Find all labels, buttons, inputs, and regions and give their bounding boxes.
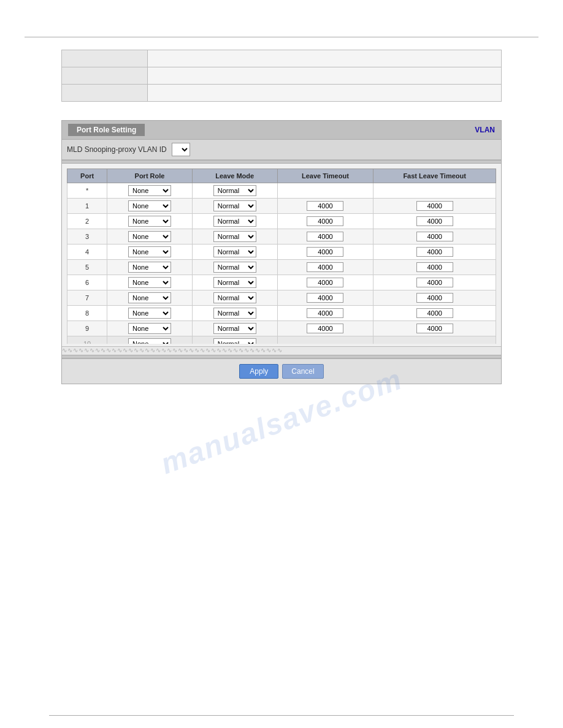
cell-leave-timeout[interactable] [277, 260, 373, 275]
cell-leave-mode[interactable]: NormalFastImmediate [192, 321, 277, 336]
cell-leave-mode[interactable]: NormalFastImmediate [192, 260, 277, 275]
fast-leave-timeout-input[interactable] [416, 216, 453, 226]
cell-fast-leave-timeout[interactable] [373, 290, 496, 306]
port-role-select[interactable]: NoneUpstreamDownstream [128, 277, 171, 288]
button-area: Apply Cancel [62, 358, 501, 384]
fast-leave-timeout-input[interactable] [416, 232, 453, 241]
cell-port-role[interactable]: NoneUpstreamDownstream [107, 199, 193, 214]
cell-port-role[interactable]: NoneUpstreamDownstream [107, 321, 193, 336]
cell-leave-mode[interactable]: NormalFastImmediate [192, 199, 277, 214]
cell-fast-leave-timeout[interactable] [373, 199, 496, 214]
leave-mode-select[interactable]: NormalFastImmediate [213, 323, 256, 334]
cell-port-role[interactable]: NoneUpstreamDownstream [107, 306, 193, 321]
cell-fast-leave-timeout[interactable] [373, 275, 496, 290]
info-cell-1b [148, 50, 502, 67]
cell-fast-leave-timeout[interactable] [373, 229, 496, 245]
port-role-select[interactable]: NoneUpstreamDownstream [128, 338, 171, 344]
leave-mode-select[interactable]: NormalFastImmediate [213, 262, 256, 273]
cell-leave-mode[interactable]: NormalFastImmediate [192, 214, 277, 229]
leave-mode-select[interactable]: NormalFastImmediate [213, 216, 256, 227]
cell-leave-mode[interactable]: NormalFastImmediate [192, 336, 277, 344]
info-cell-2b [148, 67, 502, 85]
cell-fast-leave-timeout[interactable] [373, 245, 496, 260]
col-fast-leave-timeout: Fast Leave Timeout [373, 169, 496, 183]
cell-leave-timeout[interactable] [277, 229, 373, 245]
table-row: 1NoneUpstreamDownstreamNormalFastImmedia… [67, 199, 496, 214]
fast-leave-timeout-input[interactable] [416, 308, 453, 318]
cell-leave-timeout[interactable] [277, 275, 373, 290]
cell-fast-leave-timeout[interactable] [373, 260, 496, 275]
cell-port-role[interactable]: NoneUpstreamDownstream [107, 275, 193, 290]
port-role-select[interactable]: NoneUpstreamDownstream [128, 262, 171, 273]
fast-leave-timeout-input[interactable] [416, 247, 453, 257]
cell-fast-leave-timeout[interactable] [373, 306, 496, 321]
port-role-select[interactable]: NoneUpstreamDownstream [128, 216, 171, 227]
port-role-select[interactable]: NoneUpstreamDownstream [128, 292, 171, 303]
info-table [61, 50, 502, 102]
port-role-select[interactable]: NoneUpstreamDownstream [128, 308, 171, 319]
cell-port-role[interactable]: NoneUpstreamDownstream [107, 183, 193, 199]
cell-leave-timeout[interactable] [277, 306, 373, 321]
leave-timeout-input[interactable] [307, 232, 343, 241]
table-wrapper: Port Port Role Leave Mode Leave Timeout … [62, 164, 501, 346]
mld-vlan-select[interactable] [172, 143, 190, 156]
cell-port-role[interactable]: NoneUpstreamDownstream [107, 260, 193, 275]
cell-leave-mode[interactable]: NormalFastImmediate [192, 229, 277, 245]
panel-title-bar: Port Role Setting VLAN [62, 121, 501, 140]
port-role-select[interactable]: NoneUpstreamDownstream [128, 231, 171, 242]
cell-leave-mode[interactable]: NormalFastImmediate [192, 290, 277, 306]
fast-leave-timeout-input[interactable] [416, 201, 453, 211]
leave-timeout-input[interactable] [307, 216, 343, 226]
port-role-select[interactable]: NoneUpstreamDownstream [128, 246, 171, 257]
leave-mode-select[interactable]: NormalFastImmediate [213, 231, 256, 242]
cell-leave-timeout[interactable] [277, 245, 373, 260]
leave-mode-select[interactable]: NormalFastImmediate [213, 246, 256, 257]
cancel-button[interactable]: Cancel [282, 364, 323, 379]
leave-timeout-input[interactable] [307, 324, 343, 333]
fast-leave-timeout-input[interactable] [416, 262, 453, 272]
fast-leave-timeout-input[interactable] [416, 293, 453, 303]
cell-port-role[interactable]: NoneUpstreamDownstream [107, 214, 193, 229]
port-role-select[interactable]: NoneUpstreamDownstream [128, 200, 171, 211]
cell-fast-leave-timeout[interactable] [373, 214, 496, 229]
cell-fast-leave-timeout[interactable] [373, 321, 496, 336]
port-role-select[interactable]: NoneUpstreamDownstream [128, 185, 171, 196]
cell-port-role[interactable]: NoneUpstreamDownstream [107, 245, 193, 260]
info-cell-2a [62, 67, 148, 85]
cell-port-role[interactable]: NoneUpstreamDownstream [107, 229, 193, 245]
cell-port: 10 [67, 336, 107, 344]
leave-timeout-input[interactable] [307, 293, 343, 303]
mld-row: MLD Snooping-proxy VLAN ID [62, 140, 501, 160]
cell-port: 7 [67, 290, 107, 306]
cell-port-role[interactable]: NoneUpstreamDownstream [107, 290, 193, 306]
cell-leave-mode[interactable]: NormalFastImmediate [192, 183, 277, 199]
leave-timeout-input[interactable] [307, 278, 343, 287]
cell-leave-timeout[interactable] [277, 321, 373, 336]
leave-mode-select[interactable]: NormalFastImmediate [213, 185, 256, 196]
leave-mode-select[interactable]: NormalFastImmediate [213, 200, 256, 211]
cell-leave-mode[interactable]: NormalFastImmediate [192, 306, 277, 321]
cell-leave-mode[interactable]: NormalFastImmediate [192, 245, 277, 260]
table-row: 2NoneUpstreamDownstreamNormalFastImmedia… [67, 214, 496, 229]
fast-leave-timeout-input[interactable] [416, 324, 453, 333]
cell-leave-timeout[interactable] [277, 290, 373, 306]
fast-leave-timeout-input[interactable] [416, 278, 453, 287]
cell-port-role[interactable]: NoneUpstreamDownstream [107, 336, 193, 344]
cell-leave-mode[interactable]: NormalFastImmediate [192, 275, 277, 290]
port-role-select[interactable]: NoneUpstreamDownstream [128, 323, 171, 334]
leave-mode-select[interactable]: NormalFastImmediate [213, 338, 256, 344]
cell-leave-timeout[interactable] [277, 214, 373, 229]
apply-button[interactable]: Apply [239, 364, 278, 379]
cell-fast-leave-timeout [373, 336, 496, 344]
leave-timeout-input[interactable] [307, 308, 343, 318]
scrollable-table[interactable]: Port Port Role Leave Mode Leave Timeout … [67, 166, 496, 344]
cell-leave-timeout[interactable] [277, 199, 373, 214]
leave-timeout-input[interactable] [307, 247, 343, 257]
leave-timeout-input[interactable] [307, 201, 343, 211]
col-leave-mode: Leave Mode [192, 169, 277, 183]
leave-mode-select[interactable]: NormalFastImmediate [213, 277, 256, 288]
leave-mode-select[interactable]: NormalFastImmediate [213, 308, 256, 319]
leave-mode-select[interactable]: NormalFastImmediate [213, 292, 256, 303]
leave-timeout-input[interactable] [307, 262, 343, 272]
vlan-link[interactable]: VLAN [475, 126, 495, 134]
